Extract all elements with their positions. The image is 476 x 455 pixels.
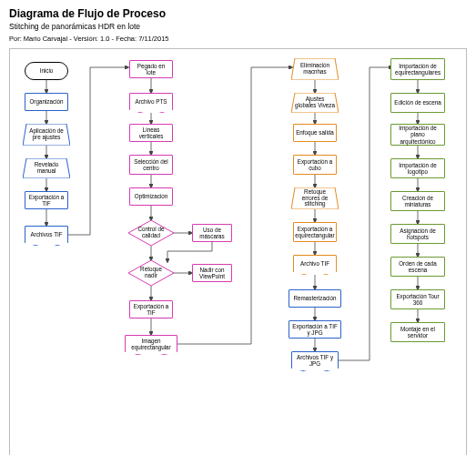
node-import-logo: Importación de logotipo bbox=[390, 158, 445, 178]
node-export-cubo: Exportación a cubo bbox=[293, 155, 337, 175]
flowchart-canvas: Inicio Organización Aplicación de pre aj… bbox=[9, 48, 467, 455]
node-remaster: Remasterización bbox=[289, 289, 341, 308]
node-pegado-lote: Pegado en lote bbox=[129, 60, 173, 78]
node-export-tour: Exportación Tour 360 bbox=[390, 289, 445, 309]
page-title: Diagrama de Flujo de Proceso bbox=[9, 7, 467, 20]
node-pre-ajustes: Aplicación de pre ajustes bbox=[23, 124, 70, 146]
doc-archivo-pts: Archivo PTS bbox=[129, 93, 173, 113]
node-miniaturas: Creación de miniaturas bbox=[390, 191, 445, 211]
node-optimizacion: Optimización bbox=[129, 187, 173, 206]
node-ajustes-viveza: Ajustes globales Viveza bbox=[291, 93, 339, 113]
node-retoque-stitch: Retoque errores de stitching bbox=[291, 187, 339, 209]
node-export-equirect: Exportación a equirectangular bbox=[293, 222, 337, 242]
node-export-tif-1: Exportación a TIF bbox=[25, 191, 68, 209]
node-revelado: Revelado manual bbox=[23, 158, 70, 178]
node-elim-manchas: Eliminación macnhas bbox=[291, 58, 339, 80]
page-meta: Por: Mario Carvajal - Versión: 1.0 - Fec… bbox=[9, 35, 467, 43]
node-start: Inicio bbox=[25, 62, 68, 80]
node-uso-mascaras: Uso de máscaras bbox=[192, 224, 232, 242]
decision-retoque-nadir: Retoque nadir bbox=[128, 260, 174, 286]
node-enfoque-salida: Enfoque salida bbox=[293, 124, 337, 142]
node-organizacion: Organización bbox=[25, 93, 68, 111]
node-seleccion-centro: Selección del centro bbox=[129, 155, 173, 175]
node-edicion-escena: Edición de escena bbox=[390, 93, 445, 113]
node-lineas-vert: Líneas verticales bbox=[129, 124, 173, 142]
node-import-plano: Importación de plano arquitectónico bbox=[390, 124, 445, 146]
node-export-tif-jpg: Exportación a TIF y JPG bbox=[289, 320, 341, 339]
node-import-equirect: Importación de equirectangulares bbox=[390, 58, 445, 80]
decision-control-calidad: Control de calidad bbox=[128, 220, 174, 246]
node-orden-escena: Orden de cada escena bbox=[390, 257, 445, 277]
page-subtitle: Stitching de panorámicas HDR en lote bbox=[9, 22, 467, 31]
node-nadir-viewpoint: Nadir con ViewPoint bbox=[192, 264, 232, 282]
node-montaje-servidor: Montaje en el servidor bbox=[390, 322, 445, 342]
node-export-tif-2: Exportación a TIF bbox=[129, 300, 173, 318]
node-hotspots: Asignación de hotspots bbox=[390, 224, 445, 244]
